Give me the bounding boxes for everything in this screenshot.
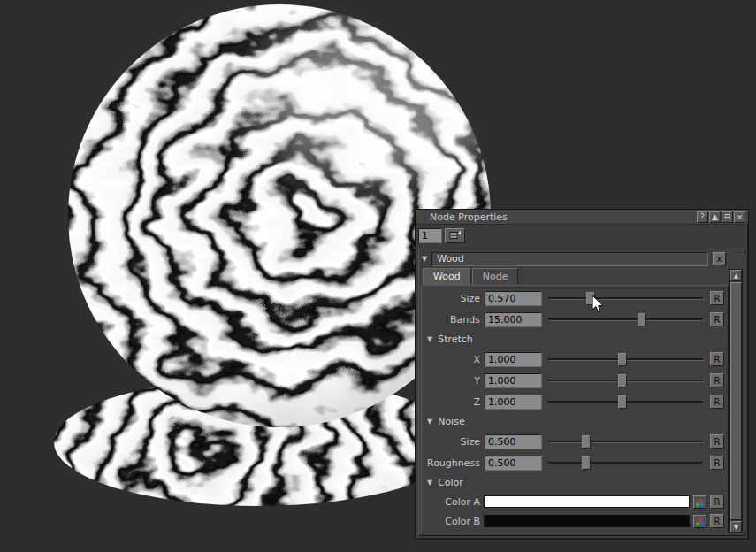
section-color: ▼ Color: [422, 473, 728, 492]
param-label: Y: [425, 375, 480, 387]
size-value-field[interactable]: [485, 291, 542, 306]
color-b-picker-button[interactable]: [693, 515, 706, 528]
scroll-up-button[interactable]: ▲: [730, 270, 742, 281]
slider-track: [548, 318, 704, 321]
collapse-triangle-icon[interactable]: ▼: [427, 418, 432, 426]
param-row-stretch-x: X R: [422, 349, 728, 370]
roughness-value-field[interactable]: [485, 456, 542, 471]
color-b-reset-button[interactable]: R: [710, 514, 724, 528]
scrollbar-thumb[interactable]: [730, 282, 742, 520]
node-parameters: Size R Bands R: [421, 285, 729, 533]
param-row-bands: Bands R: [422, 309, 728, 330]
param-label: Color B: [425, 516, 480, 527]
up-arrow-icon: ▲: [734, 272, 738, 280]
node-group-header: ▼ Wood x: [419, 249, 729, 268]
rollup-arrow-icon: ▲: [712, 212, 718, 221]
slider-handle[interactable]: [586, 292, 595, 305]
size-reset-button[interactable]: R: [710, 291, 724, 305]
size-slider[interactable]: [546, 291, 706, 306]
param-label: Roughness: [425, 457, 480, 469]
param-label: Size: [425, 436, 480, 448]
color-row-a: Color A R: [422, 492, 728, 511]
stretch-y-value-field[interactable]: [485, 373, 542, 388]
roughness-slider[interactable]: [546, 456, 706, 471]
noise-size-value-field[interactable]: [485, 434, 542, 449]
param-label: X: [425, 354, 480, 365]
bands-value-field[interactable]: [485, 312, 542, 327]
tab-node[interactable]: Node: [472, 268, 519, 285]
minimize-button[interactable]: ⊟: [722, 211, 733, 223]
collapse-triangle-icon[interactable]: ▼: [422, 255, 427, 263]
window-title: Node Properties: [430, 211, 696, 224]
help-icon: ?: [700, 212, 705, 221]
noise-size-slider[interactable]: [546, 434, 706, 449]
stretch-x-value-field[interactable]: [485, 352, 542, 367]
node-tab-bar: Wood Node: [423, 268, 729, 285]
stretch-z-reset-button[interactable]: R: [710, 395, 724, 409]
node-group: ▼ Wood x Wood Node Size R: [418, 249, 745, 536]
panel-toolbar: [416, 225, 748, 247]
assign-button[interactable]: [445, 228, 465, 243]
application-viewport: Node Properties ? ▲ ⊟ × ▼ Wood x: [0, 0, 756, 552]
close-button[interactable]: ×: [734, 211, 745, 223]
section-noise: ▼ Noise: [422, 412, 728, 431]
node-properties-window: Node Properties ? ▲ ⊟ × ▼ Wood x: [415, 209, 749, 540]
close-icon: ×: [737, 212, 744, 221]
param-label: Size: [425, 293, 480, 304]
stretch-y-reset-button[interactable]: R: [710, 373, 724, 387]
stretch-z-value-field[interactable]: [485, 395, 542, 410]
param-row-noise-size: Size R: [422, 431, 728, 452]
slider-track: [548, 297, 704, 300]
rgb-color-icon: [695, 498, 705, 508]
stretch-x-slider[interactable]: [546, 352, 706, 367]
slider-track: [548, 462, 704, 464]
panel-scrollbar[interactable]: ▲ ▼: [729, 269, 743, 533]
color-b-swatch[interactable]: [484, 515, 690, 527]
roughness-reset-button[interactable]: R: [710, 456, 724, 470]
stretch-z-slider[interactable]: [546, 395, 706, 410]
bands-reset-button[interactable]: R: [710, 312, 724, 326]
color-a-picker-button[interactable]: [693, 495, 706, 509]
slider-handle[interactable]: [638, 313, 646, 326]
rgb-color-icon: [695, 518, 705, 527]
node-name-field[interactable]: Wood: [431, 252, 708, 266]
help-button[interactable]: ?: [697, 211, 708, 223]
section-label: Noise: [438, 416, 465, 427]
bands-slider[interactable]: [546, 312, 706, 327]
param-row-roughness: Roughness R: [422, 452, 728, 473]
param-label: Color A: [425, 496, 480, 508]
collapse-triangle-icon[interactable]: ▼: [427, 335, 432, 343]
slider-track: [548, 441, 704, 443]
slider-handle[interactable]: [618, 395, 627, 409]
down-arrow-icon: ▼: [734, 524, 738, 531]
section-stretch: ▼ Stretch: [422, 330, 728, 349]
color-a-reset-button[interactable]: R: [710, 494, 724, 509]
color-a-swatch[interactable]: [484, 495, 690, 508]
section-label: Color: [438, 477, 463, 488]
param-row-stretch-y: Y R: [422, 370, 728, 391]
param-row-size: Size R: [422, 288, 728, 309]
section-label: Stretch: [438, 334, 473, 345]
window-titlebar[interactable]: Node Properties ? ▲ ⊟ ×: [416, 210, 748, 225]
collapse-triangle-icon[interactable]: ▼: [427, 479, 432, 487]
stretch-x-reset-button[interactable]: R: [710, 352, 724, 366]
tab-wood[interactable]: Wood: [423, 268, 471, 285]
stretch-y-slider[interactable]: [546, 373, 706, 388]
scroll-down-button[interactable]: ▼: [730, 521, 742, 533]
color-row-b: Color B R: [422, 511, 728, 531]
remove-node-button[interactable]: x: [713, 252, 726, 265]
param-row-stretch-z: Z R: [422, 391, 728, 412]
rollup-button[interactable]: ▲: [709, 211, 721, 223]
slider-handle[interactable]: [618, 374, 627, 387]
slider-handle[interactable]: [582, 435, 591, 448]
param-label: Z: [425, 396, 480, 408]
param-label: Bands: [425, 314, 480, 326]
list-arrow-icon: [449, 230, 462, 240]
node-index-input[interactable]: [418, 228, 442, 243]
minimize-icon: ⊟: [724, 212, 731, 221]
slider-handle[interactable]: [582, 456, 591, 470]
slider-handle[interactable]: [618, 353, 627, 366]
noise-size-reset-button[interactable]: R: [710, 434, 724, 448]
